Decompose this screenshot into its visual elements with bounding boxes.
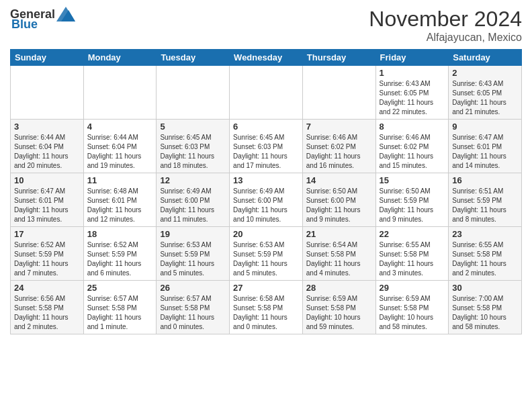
day-number: 19 (160, 229, 226, 239)
day-number: 21 (306, 229, 372, 239)
day-info: Sunrise: 6:52 AM Sunset: 5:59 PM Dayligh… (87, 240, 153, 278)
day-info: Sunrise: 6:49 AM Sunset: 6:00 PM Dayligh… (233, 187, 299, 224)
day-info: Sunrise: 6:47 AM Sunset: 6:01 PM Dayligh… (452, 133, 518, 171)
logo: General Blue (10, 7, 75, 32)
day-cell-13: 13Sunrise: 6:49 AM Sunset: 6:00 PM Dayli… (230, 173, 303, 227)
week-row-1: 1Sunrise: 6:43 AM Sunset: 6:05 PM Daylig… (11, 66, 522, 120)
day-number: 27 (233, 283, 299, 293)
day-number: 16 (452, 175, 518, 185)
day-info: Sunrise: 6:47 AM Sunset: 6:01 PM Dayligh… (14, 187, 80, 224)
day-header-sunday: Sunday (11, 50, 84, 66)
day-number: 30 (452, 283, 518, 293)
day-info: Sunrise: 6:50 AM Sunset: 5:59 PM Dayligh… (380, 187, 445, 224)
empty-cell (302, 66, 375, 120)
day-number: 28 (306, 283, 372, 293)
day-cell-1: 1Sunrise: 6:43 AM Sunset: 6:05 PM Daylig… (375, 66, 449, 120)
day-cell-5: 5Sunrise: 6:45 AM Sunset: 6:03 PM Daylig… (157, 120, 230, 173)
day-cell-7: 7Sunrise: 6:46 AM Sunset: 6:02 PM Daylig… (302, 120, 375, 173)
day-number: 12 (160, 175, 226, 185)
title-section: November 2024 Alfajayucan, Mexico (369, 7, 522, 44)
day-info: Sunrise: 6:48 AM Sunset: 6:01 PM Dayligh… (87, 187, 153, 224)
day-info: Sunrise: 6:57 AM Sunset: 5:58 PM Dayligh… (160, 294, 226, 332)
empty-cell (157, 66, 230, 120)
day-number: 20 (233, 229, 299, 239)
day-cell-18: 18Sunrise: 6:52 AM Sunset: 5:59 PM Dayli… (83, 227, 157, 281)
day-number: 23 (452, 229, 518, 239)
day-info: Sunrise: 6:43 AM Sunset: 6:05 PM Dayligh… (380, 79, 445, 117)
day-cell-22: 22Sunrise: 6:55 AM Sunset: 5:58 PM Dayli… (375, 227, 449, 281)
day-info: Sunrise: 6:59 AM Sunset: 5:58 PM Dayligh… (306, 294, 372, 332)
calendar-table: SundayMondayTuesdayWednesdayThursdayFrid… (10, 49, 522, 334)
day-number: 4 (87, 122, 153, 132)
day-info: Sunrise: 6:55 AM Sunset: 5:58 PM Dayligh… (452, 240, 518, 278)
day-number: 26 (160, 283, 226, 293)
day-number: 5 (160, 122, 226, 132)
day-number: 1 (380, 68, 445, 78)
day-info: Sunrise: 7:00 AM Sunset: 5:58 PM Dayligh… (452, 294, 518, 332)
day-number: 7 (306, 122, 372, 132)
day-header-wednesday: Wednesday (230, 50, 303, 66)
day-cell-4: 4Sunrise: 6:44 AM Sunset: 6:04 PM Daylig… (83, 120, 157, 173)
day-cell-21: 21Sunrise: 6:54 AM Sunset: 5:58 PM Dayli… (302, 227, 375, 281)
location: Alfajayucan, Mexico (369, 32, 522, 44)
day-number: 17 (14, 229, 80, 239)
day-cell-16: 16Sunrise: 6:51 AM Sunset: 5:59 PM Dayli… (449, 173, 522, 227)
day-number: 3 (14, 122, 80, 132)
day-info: Sunrise: 6:46 AM Sunset: 6:02 PM Dayligh… (306, 133, 372, 171)
day-number: 11 (87, 175, 153, 185)
day-info: Sunrise: 6:53 AM Sunset: 5:59 PM Dayligh… (233, 240, 299, 278)
day-cell-11: 11Sunrise: 6:48 AM Sunset: 6:01 PM Dayli… (83, 173, 157, 227)
day-cell-2: 2Sunrise: 6:43 AM Sunset: 6:05 PM Daylig… (449, 66, 522, 120)
day-cell-3: 3Sunrise: 6:44 AM Sunset: 6:04 PM Daylig… (11, 120, 84, 173)
day-cell-29: 29Sunrise: 6:59 AM Sunset: 5:58 PM Dayli… (375, 281, 449, 334)
empty-cell (230, 66, 303, 120)
day-info: Sunrise: 6:45 AM Sunset: 6:03 PM Dayligh… (233, 133, 299, 171)
day-info: Sunrise: 6:46 AM Sunset: 6:02 PM Dayligh… (380, 133, 445, 171)
day-info: Sunrise: 6:58 AM Sunset: 5:58 PM Dayligh… (233, 294, 299, 332)
day-info: Sunrise: 6:55 AM Sunset: 5:58 PM Dayligh… (380, 240, 445, 278)
day-info: Sunrise: 6:59 AM Sunset: 5:58 PM Dayligh… (380, 294, 445, 332)
header-row: SundayMondayTuesdayWednesdayThursdayFrid… (11, 50, 522, 66)
day-info: Sunrise: 6:44 AM Sunset: 6:04 PM Dayligh… (87, 133, 153, 171)
day-cell-8: 8Sunrise: 6:46 AM Sunset: 6:02 PM Daylig… (375, 120, 449, 173)
day-number: 8 (380, 122, 445, 132)
day-cell-24: 24Sunrise: 6:56 AM Sunset: 5:58 PM Dayli… (11, 281, 84, 334)
day-cell-20: 20Sunrise: 6:53 AM Sunset: 5:59 PM Dayli… (230, 227, 303, 281)
day-info: Sunrise: 6:52 AM Sunset: 5:59 PM Dayligh… (14, 240, 80, 278)
day-number: 9 (452, 122, 518, 132)
day-number: 29 (380, 283, 445, 293)
empty-cell (11, 66, 84, 120)
day-info: Sunrise: 6:54 AM Sunset: 5:58 PM Dayligh… (306, 240, 372, 278)
day-info: Sunrise: 6:44 AM Sunset: 6:04 PM Dayligh… (14, 133, 80, 171)
day-cell-15: 15Sunrise: 6:50 AM Sunset: 5:59 PM Dayli… (375, 173, 449, 227)
day-header-thursday: Thursday (302, 50, 375, 66)
day-cell-19: 19Sunrise: 6:53 AM Sunset: 5:59 PM Dayli… (157, 227, 230, 281)
week-row-5: 24Sunrise: 6:56 AM Sunset: 5:58 PM Dayli… (11, 281, 522, 334)
day-cell-26: 26Sunrise: 6:57 AM Sunset: 5:58 PM Dayli… (157, 281, 230, 334)
empty-cell (83, 66, 157, 120)
day-cell-12: 12Sunrise: 6:49 AM Sunset: 6:00 PM Dayli… (157, 173, 230, 227)
header: General Blue November 2024 Alfajayucan, … (10, 7, 522, 44)
day-cell-6: 6Sunrise: 6:45 AM Sunset: 6:03 PM Daylig… (230, 120, 303, 173)
day-info: Sunrise: 6:57 AM Sunset: 5:58 PM Dayligh… (87, 294, 153, 332)
day-cell-30: 30Sunrise: 7:00 AM Sunset: 5:58 PM Dayli… (449, 281, 522, 334)
day-info: Sunrise: 6:56 AM Sunset: 5:58 PM Dayligh… (14, 294, 80, 332)
logo-blue-text: Blue (11, 17, 38, 32)
day-number: 13 (233, 175, 299, 185)
month-title: November 2024 (369, 7, 522, 32)
page-container: General Blue November 2024 Alfajayucan, … (0, 0, 532, 341)
day-header-tuesday: Tuesday (157, 50, 230, 66)
day-info: Sunrise: 6:45 AM Sunset: 6:03 PM Dayligh… (160, 133, 226, 171)
day-header-monday: Monday (83, 50, 157, 66)
logo-icon (56, 7, 75, 21)
day-number: 6 (233, 122, 299, 132)
day-number: 24 (14, 283, 80, 293)
day-cell-14: 14Sunrise: 6:50 AM Sunset: 6:00 PM Dayli… (302, 173, 375, 227)
day-number: 2 (452, 68, 518, 78)
week-row-4: 17Sunrise: 6:52 AM Sunset: 5:59 PM Dayli… (11, 227, 522, 281)
day-info: Sunrise: 6:50 AM Sunset: 6:00 PM Dayligh… (306, 187, 372, 224)
day-info: Sunrise: 6:53 AM Sunset: 5:59 PM Dayligh… (160, 240, 226, 278)
day-cell-28: 28Sunrise: 6:59 AM Sunset: 5:58 PM Dayli… (302, 281, 375, 334)
day-header-saturday: Saturday (449, 50, 522, 66)
week-row-3: 10Sunrise: 6:47 AM Sunset: 6:01 PM Dayli… (11, 173, 522, 227)
